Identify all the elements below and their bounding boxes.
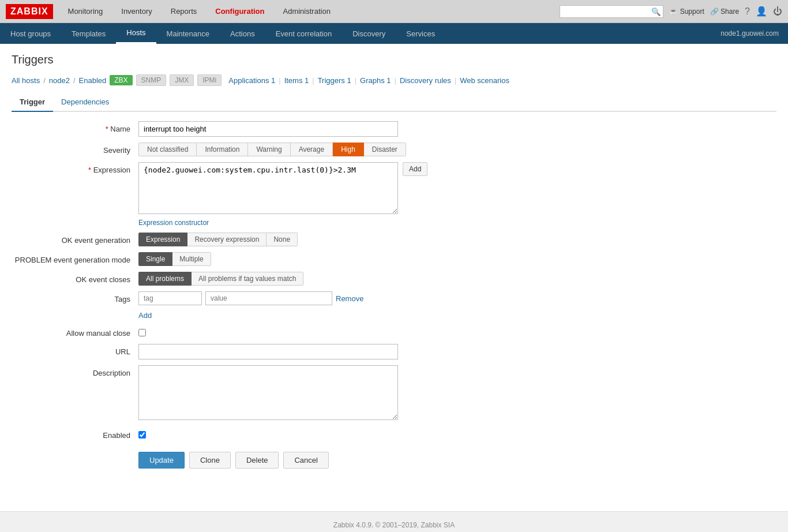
clone-button[interactable]: Clone [189,452,231,469]
top-nav: ZABBIX Monitoring Inventory Reports Conf… [0,0,788,23]
nav-actions[interactable]: Actions [220,23,265,44]
sub-nav-sep-5: | [395,76,396,85]
delete-button[interactable]: Delete [235,452,279,469]
nav-host-groups[interactable]: Host groups [0,23,61,44]
subnav-triggers[interactable]: Triggers 1 [318,76,351,85]
expression-textarea[interactable]: {node2.guowei.com:system.cpu.intr.last(0… [138,162,398,214]
nav-reports[interactable]: Reports [167,5,201,18]
support-link[interactable]: ☕ Support [669,8,704,16]
trigger-form: * Name Severity Not classified Informati… [12,121,776,440]
subnav-items[interactable]: Items 1 [284,76,309,85]
subnav-discovery-rules[interactable]: Discovery rules [400,76,451,85]
breadcrumb-sep-2: / [73,76,76,85]
power-icon[interactable]: ⏻ [773,6,782,17]
subnav-applications[interactable]: Applications 1 [228,76,275,85]
problem-event-field: Single Multiple [138,252,776,266]
tags-add-link[interactable]: Add [138,311,152,320]
tags-label: Tags [12,291,138,304]
subnav-graphs[interactable]: Graphs 1 [360,76,391,85]
host-label: node1.guowei.com [711,29,788,38]
breadcrumb-sep-1: / [43,76,46,85]
ok-event-recovery[interactable]: Recovery expression [187,233,267,246]
page-content: Triggers All hosts / node2 / Enabled ZBX… [0,44,788,511]
severity-not-classified[interactable]: Not classified [138,143,197,156]
breadcrumb-enabled[interactable]: Enabled [79,76,107,85]
severity-disaster[interactable]: Disaster [364,143,406,156]
ok-closes-tag-match[interactable]: All problems if tag values match [192,272,303,286]
severity-warning[interactable]: Warning [248,143,290,156]
name-field [138,121,776,137]
name-required-star: * [106,125,111,133]
user-icon[interactable]: 👤 [756,6,767,17]
nav-inventory[interactable]: Inventory [118,5,155,18]
tag-name-input[interactable] [138,291,202,305]
enabled-label: Enabled [12,428,138,440]
logo[interactable]: ZABBIX [6,4,53,19]
page-title: Triggers [12,53,776,66]
nav-event-correlation[interactable]: Event correlation [265,23,343,44]
nav-services[interactable]: Services [396,23,445,44]
ok-event-none[interactable]: None [267,233,298,246]
url-input[interactable] [138,344,398,359]
share-icon: 🔗 [710,8,719,16]
top-nav-items: Monitoring Inventory Reports Configurati… [65,5,560,18]
enabled-row: Enabled [12,428,776,440]
expression-required-star: * [88,166,93,174]
severity-information[interactable]: Information [197,143,248,156]
tag-value-input[interactable] [205,291,332,305]
enabled-checkbox[interactable] [138,431,146,439]
sub-nav-sep-4: | [355,76,357,85]
ok-event-group: Expression Recovery expression None [138,233,776,246]
expression-add-button[interactable]: Add [403,162,427,176]
allow-manual-checkbox[interactable] [138,329,146,336]
nav-templates[interactable]: Templates [61,23,116,44]
problem-event-row: PROBLEM event generation mode Single Mul… [12,252,776,266]
ok-event-expression[interactable]: Expression [138,233,187,246]
subnav-web-scenarios[interactable]: Web scenarios [460,76,509,85]
enabled-field [138,428,776,440]
share-link[interactable]: 🔗 Share [710,8,739,16]
tag-jmx[interactable]: JMX [170,74,194,86]
tag-ipmi[interactable]: IPMi [197,74,222,86]
breadcrumb-node2[interactable]: node2 [49,76,70,85]
description-textarea[interactable] [138,365,398,420]
nav-hosts[interactable]: Hosts [116,23,156,44]
nav-monitoring[interactable]: Monitoring [65,5,107,18]
ok-event-closes-label: OK event closes [12,272,138,284]
nav-configuration[interactable]: Configuration [212,5,268,18]
cancel-button[interactable]: Cancel [283,452,328,469]
problem-event-single[interactable]: Single [138,252,172,266]
tab-dependencies[interactable]: Dependencies [53,93,117,112]
tag-snmp[interactable]: SNMP [136,74,167,86]
tags-field: Remove Add [138,291,776,320]
ok-event-field: Expression Recovery expression None [138,233,776,246]
severity-high[interactable]: High [333,143,364,156]
url-label: URL [12,344,138,356]
problem-event-multiple[interactable]: Multiple [172,252,211,266]
name-input[interactable] [138,121,398,137]
tags-row: Tags Remove Add [12,291,776,320]
nav-maintenance[interactable]: Maintenance [156,23,220,44]
description-row: Description [12,365,776,422]
name-row: * Name [12,121,776,137]
severity-field: Not classified Information Warning Avera… [138,143,776,156]
tag-zbx[interactable]: ZBX [110,75,132,85]
help-icon[interactable]: ? [745,6,750,17]
nav-discovery[interactable]: Discovery [342,23,396,44]
severity-average[interactable]: Average [291,143,333,156]
expression-constructor-link[interactable]: Expression constructor [138,219,209,227]
tag-remove-link[interactable]: Remove [336,294,363,303]
breadcrumb-all-hosts[interactable]: All hosts [12,76,40,85]
allow-manual-field [138,325,776,338]
expression-wrap: {node2.guowei.com:system.cpu.intr.last(0… [138,162,776,214]
nav-administration[interactable]: Administration [280,5,334,18]
tab-trigger[interactable]: Trigger [12,93,53,112]
search-icon-button[interactable]: 🔍 [651,7,661,16]
update-button[interactable]: Update [138,452,185,469]
ok-closes-all-problems[interactable]: All problems [138,272,192,286]
severity-label: Severity [12,143,138,155]
description-field [138,365,776,422]
ok-event-label: OK event generation [12,233,138,245]
ok-event-closes-group: All problems All problems if tag values … [138,272,776,286]
search-input[interactable] [560,5,663,18]
